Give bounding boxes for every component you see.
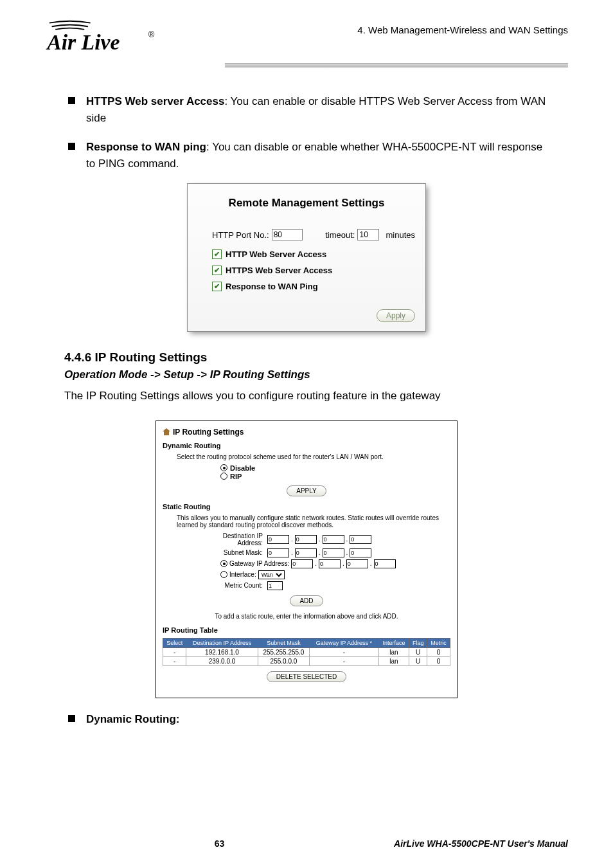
static-routing-heading: Static Routing <box>163 503 450 511</box>
wan-ping-label: Response to WAN Ping <box>226 282 318 291</box>
bullet-https-access: HTTPS Web server Access: You can enable … <box>64 93 549 127</box>
brand-logo: Air Live ® <box>45 19 167 58</box>
cell-dest: 239.0.0.0 <box>186 656 258 665</box>
section-body: The IP Routing Settings allows you to co… <box>64 388 549 404</box>
dest-ip-4[interactable] <box>350 535 371 544</box>
gateway-label: Gateway IP Address: <box>229 560 289 567</box>
gw-4[interactable] <box>374 559 396 568</box>
dynamic-routing-heading: Dynamic Routing <box>163 442 450 449</box>
panel2-title: IP Routing Settings <box>173 428 244 437</box>
cell-select: - <box>163 647 186 656</box>
timeout-unit: minutes <box>386 230 415 240</box>
th-mask: Subnet Mask <box>258 638 310 647</box>
gateway-radio[interactable] <box>220 560 227 567</box>
ip-routing-panel: IP Routing Settings Dynamic Routing Sele… <box>155 420 458 698</box>
ip-routing-table: Select Destination IP Address Subnet Mas… <box>163 638 450 666</box>
interface-label: Interface: <box>229 571 256 578</box>
mask-1[interactable] <box>267 548 289 557</box>
dest-ip-label: Destination IP Address: <box>201 532 263 547</box>
page-number: 63 <box>215 838 225 849</box>
bullet-label: Dynamic Routing: <box>86 713 179 725</box>
th-gw: Gateway IP Address * <box>310 638 378 647</box>
rip-radio[interactable] <box>220 473 227 480</box>
http-access-checkbox[interactable]: ✔ <box>212 249 222 259</box>
panel-title: Remote Management Settings <box>198 197 415 210</box>
dest-ip-2[interactable] <box>295 535 317 544</box>
manual-title: AirLive WHA-5500CPE-NT User's Manual <box>394 838 568 849</box>
svg-text:Air Live: Air Live <box>46 30 120 54</box>
remote-management-panel: Remote Management Settings HTTP Port No.… <box>188 184 425 331</box>
cell-dest: 192.168.1.0 <box>186 647 258 656</box>
http-access-label: HTTP Web Server Access <box>226 249 326 259</box>
mask-3[interactable] <box>323 548 344 557</box>
section-heading: 4.4.6 IP Routing Settings <box>64 350 549 365</box>
cell-select: - <box>163 656 186 665</box>
th-dest: Destination IP Address <box>186 638 258 647</box>
th-flag: Flag <box>409 638 427 647</box>
rip-radio-label: RIP <box>230 473 242 480</box>
mask-label: Subnet Mask: <box>201 549 263 556</box>
timeout-label: timeout: <box>325 230 355 240</box>
cell-flag: U <box>409 656 427 665</box>
header-divider <box>225 63 568 68</box>
add-route-note: To add a static route, enter the informa… <box>163 613 450 620</box>
th-select: Select <box>163 638 186 647</box>
svg-text:®: ® <box>148 30 155 39</box>
apply-button[interactable]: Apply <box>377 309 415 322</box>
timeout-input[interactable] <box>357 229 379 240</box>
dest-ip-3[interactable] <box>323 535 344 544</box>
metric-label: Metric Count: <box>201 582 263 589</box>
metric-input[interactable] <box>267 581 283 590</box>
cell-flag: U <box>409 647 427 656</box>
http-port-label: HTTP Port No.: <box>212 230 269 240</box>
mask-4[interactable] <box>350 548 371 557</box>
cell-metric: 0 <box>427 656 450 665</box>
delete-selected-button[interactable]: DELETE SELECTED <box>267 671 346 682</box>
dynamic-routing-text: Select the routing protocol scheme used … <box>177 453 450 460</box>
table-row: - 192.168.1.0 255.255.255.0 - lan U 0 <box>163 647 450 656</box>
bullet-label: Response to WAN ping <box>86 141 206 153</box>
gw-1[interactable] <box>291 559 313 568</box>
gw-2[interactable] <box>319 559 341 568</box>
breadcrumb: Operation Mode -> Setup -> IP Routing Se… <box>64 368 549 381</box>
bullet-dynamic-routing: Dynamic Routing: <box>64 711 549 728</box>
dest-ip-1[interactable] <box>267 535 289 544</box>
https-access-checkbox[interactable]: ✔ <box>212 266 222 275</box>
cell-gw: - <box>310 656 378 665</box>
th-metric: Metric <box>427 638 450 647</box>
bullet-wan-ping: Response to WAN ping: You can disable or… <box>64 139 549 173</box>
disable-radio[interactable] <box>220 464 227 471</box>
disable-radio-label: Disable <box>230 464 255 472</box>
bullet-label: HTTPS Web server Access <box>86 95 224 107</box>
http-port-input[interactable] <box>272 229 303 240</box>
cell-metric: 0 <box>427 647 450 656</box>
cell-gw: - <box>310 647 378 656</box>
interface-select[interactable]: Wan <box>258 570 285 579</box>
table-row: - 239.0.0.0 255.0.0.0 - lan U 0 <box>163 656 450 665</box>
routing-apply-button[interactable]: APPLY <box>287 485 326 496</box>
th-if: Interface <box>378 638 409 647</box>
wan-ping-checkbox[interactable]: ✔ <box>212 282 222 291</box>
cell-if: lan <box>378 656 409 665</box>
header-chapter: 4. Web Management-Wireless and WAN Setti… <box>357 24 568 35</box>
mask-2[interactable] <box>295 548 317 557</box>
static-routing-text: This allows you to manually configure st… <box>177 514 450 529</box>
home-icon <box>163 428 170 435</box>
cell-mask: 255.255.255.0 <box>258 647 310 656</box>
cell-if: lan <box>378 647 409 656</box>
interface-radio[interactable] <box>220 571 227 578</box>
gw-3[interactable] <box>346 559 368 568</box>
https-access-label: HTTPS Web Server Access <box>226 266 332 275</box>
cell-mask: 255.0.0.0 <box>258 656 310 665</box>
add-route-button[interactable]: ADD <box>290 595 323 606</box>
ip-routing-table-heading: IP Routing Table <box>163 626 450 634</box>
